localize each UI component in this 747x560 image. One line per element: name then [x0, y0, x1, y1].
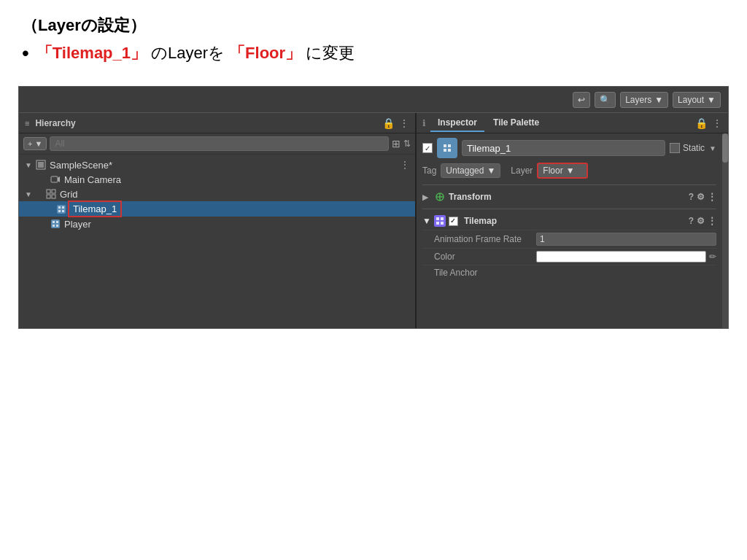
- hierarchy-tab-label[interactable]: Hierarchy: [35, 118, 75, 128]
- static-label: Static: [683, 143, 705, 153]
- prop-animation-frame-rate: Animation Frame Rate: [422, 230, 716, 248]
- svg-rect-6: [47, 195, 50, 198]
- tree-item-grid[interactable]: ▼ Grid: [19, 187, 415, 201]
- hierarchy-tab-icon: ≡: [25, 119, 29, 128]
- object-icon: [437, 138, 457, 158]
- tilemap-active-checkbox[interactable]: ✓: [449, 217, 458, 226]
- search-toolbar-button[interactable]: 🔍: [595, 92, 616, 108]
- layout-dropdown[interactable]: Layout ▼: [673, 92, 721, 108]
- transform-help-icon[interactable]: ?: [689, 192, 694, 202]
- player-icon: [50, 218, 61, 230]
- svg-rect-21: [444, 149, 446, 152]
- tilemap-arrow[interactable]: ▼: [422, 216, 431, 226]
- inspector-tab-label: Inspector: [438, 117, 477, 128]
- unity-main-area: ≡ Hierarchy 🔒 ⋮ + ▼ ⊞ ⇅ ▼: [19, 113, 728, 328]
- svg-rect-27: [441, 217, 444, 220]
- svg-rect-19: [444, 144, 446, 147]
- layer-value: Floor: [543, 166, 562, 176]
- tilemap-more-icon[interactable]: ⋮: [708, 216, 716, 226]
- object-header: ✓ St: [422, 138, 716, 158]
- tilemap-ref: 「Tilemap_1」: [36, 42, 147, 64]
- tag-layer-row: Tag Untagged ▼ Layer Floor ▼: [422, 163, 716, 179]
- color-swatch[interactable]: [536, 251, 706, 262]
- tag-label: Tag: [422, 166, 436, 176]
- tag-dropdown[interactable]: Untagged ▼: [441, 163, 500, 178]
- layer-label: Layer: [511, 166, 533, 176]
- unity-editor-window: ↩ 🔍 Layers ▼ Layout ▼ ≡ Hierarchy 🔒 ⋮: [18, 86, 729, 329]
- scene-arrow: ▼: [25, 161, 35, 169]
- inspector-scroll-thumb[interactable]: [722, 133, 728, 163]
- animation-frame-rate-input[interactable]: [536, 233, 716, 246]
- svg-rect-13: [51, 219, 60, 228]
- floor-ref: 「Floor」: [229, 42, 301, 64]
- svg-rect-26: [436, 217, 439, 220]
- tree-item-player[interactable]: Player: [19, 217, 415, 231]
- tilemap-help-icon[interactable]: ?: [689, 216, 694, 226]
- grid-icon: [45, 188, 57, 200]
- layer-dropdown-arrow: ▼: [566, 166, 575, 176]
- hierarchy-add-button[interactable]: + ▼: [23, 137, 47, 150]
- transform-header[interactable]: ▶ Transform ? ⚙: [422, 188, 716, 206]
- inspector-panel: ℹ Inspector Tile Palette 🔒 ⋮ ✓: [417, 113, 728, 328]
- transform-settings-icon[interactable]: ⚙: [697, 192, 705, 202]
- unity-toolbar: ↩ 🔍 Layers ▼ Layout ▼: [19, 87, 728, 113]
- inspector-lock-button[interactable]: 🔒: [695, 117, 708, 129]
- transform-component: ▶ Transform ? ⚙: [422, 184, 716, 206]
- inspector-content: ✓ St: [417, 133, 722, 328]
- hierarchy-search-icon-button[interactable]: ⊞: [392, 138, 400, 149]
- tilemap-header: ▼ ✓ Tilemap: [422, 212, 716, 230]
- transform-actions: ? ⚙ ⋮: [689, 192, 716, 202]
- svg-rect-16: [53, 225, 55, 227]
- layer-dropdown[interactable]: Floor ▼: [537, 163, 588, 179]
- transform-label: Transform: [449, 192, 492, 202]
- bullet-text-end: に変更: [306, 42, 355, 64]
- color-label: Color: [434, 252, 536, 262]
- hierarchy-tree: ▼ SampleScene* ⋮: [19, 155, 415, 328]
- static-checkbox-box[interactable]: [670, 143, 680, 153]
- inspector-tab[interactable]: Inspector: [430, 114, 484, 132]
- svg-rect-22: [448, 149, 451, 152]
- transform-icon: [434, 191, 446, 203]
- tree-item-tilemap1[interactable]: Tilemap_1: [19, 201, 415, 217]
- layout-label: Layout: [678, 95, 704, 105]
- hierarchy-search-input[interactable]: [50, 136, 389, 151]
- svg-rect-11: [58, 210, 61, 212]
- tilemap-label: Tilemap: [464, 216, 497, 226]
- inspector-tab-bar: ℹ Inspector Tile Palette 🔒 ⋮: [417, 113, 728, 133]
- history-button[interactable]: ↩: [573, 92, 590, 108]
- color-picker-icon[interactable]: ✏: [709, 252, 716, 262]
- svg-rect-5: [52, 190, 55, 193]
- inspector-more-button[interactable]: ⋮: [712, 117, 722, 129]
- inspector-panel-actions: 🔒 ⋮: [695, 117, 722, 129]
- svg-rect-2: [51, 176, 58, 182]
- scene-more-icon: ⋮: [400, 160, 409, 170]
- transform-arrow: ▶: [422, 193, 431, 201]
- tilemap1-name: Tilemap_1: [70, 203, 120, 215]
- tilemap-actions: ? ⚙ ⋮: [689, 216, 716, 226]
- tile-palette-tab[interactable]: Tile Palette: [486, 114, 546, 132]
- header-title: （Layerの設定）: [22, 15, 725, 36]
- tag-dropdown-arrow: ▼: [487, 166, 495, 176]
- prop-tile-anchor: Tile Anchor: [422, 265, 716, 280]
- tree-item-main-camera[interactable]: Main Camera: [19, 172, 415, 187]
- hierarchy-panel: ≡ Hierarchy 🔒 ⋮ + ▼ ⊞ ⇅ ▼: [19, 113, 417, 328]
- grid-arrow: ▼: [25, 190, 35, 198]
- inspector-scrollbar[interactable]: [722, 133, 728, 328]
- svg-rect-4: [47, 190, 50, 193]
- tilemap-settings-icon[interactable]: ⚙: [697, 216, 705, 226]
- svg-rect-29: [441, 222, 444, 225]
- hierarchy-more-button[interactable]: ⋮: [399, 117, 409, 129]
- animation-frame-rate-label: Animation Frame Rate: [434, 234, 536, 244]
- camera-name: Main Camera: [64, 174, 121, 185]
- header-section: （Layerの設定） • 「Tilemap_1」 のLayerを 「Floor」…: [0, 0, 747, 71]
- transform-more-icon[interactable]: ⋮: [708, 192, 716, 202]
- object-active-checkbox[interactable]: ✓: [422, 143, 433, 153]
- hierarchy-tab-bar: ≡ Hierarchy 🔒 ⋮: [19, 113, 415, 133]
- hierarchy-sort-button[interactable]: ⇅: [403, 139, 411, 149]
- layers-dropdown[interactable]: Layers ▼: [620, 92, 668, 108]
- tree-item-samplescene[interactable]: ▼ SampleScene* ⋮: [19, 158, 415, 172]
- svg-rect-17: [56, 225, 58, 227]
- static-dropdown-arrow[interactable]: ▼: [709, 144, 716, 152]
- object-name-input[interactable]: [462, 140, 665, 156]
- hierarchy-lock-button[interactable]: 🔒: [382, 117, 395, 129]
